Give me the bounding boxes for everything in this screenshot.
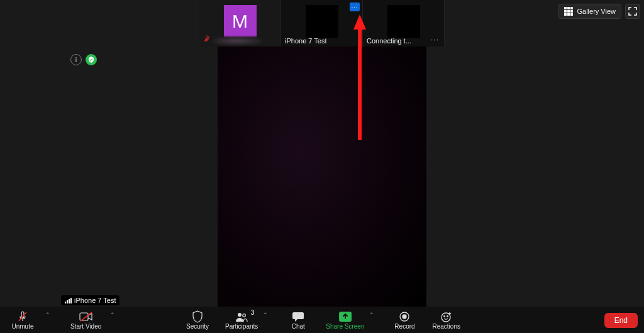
thumbnail-label: iPhone 7 Test (285, 37, 326, 45)
video-off-placeholder (387, 5, 420, 38)
camera-off-icon (79, 310, 93, 323)
unmute-label: Unmute (11, 323, 33, 330)
chat-label: Chat (292, 323, 305, 330)
reactions-label: Reactions (432, 323, 460, 330)
reactions-icon (440, 310, 453, 323)
thumbnail-more-menu[interactable]: ··· (350, 3, 360, 11)
shield-icon[interactable] (86, 54, 97, 65)
security-button[interactable]: Security (184, 310, 211, 330)
share-screen-button[interactable]: Share Screen (326, 310, 364, 330)
mic-muted-icon (203, 35, 211, 45)
record-button[interactable]: Record (391, 310, 418, 330)
connecting-dots-icon: ∙∙∙ (431, 35, 439, 44)
chat-button[interactable]: Chat (284, 310, 312, 330)
meeting-status-icons: i (70, 54, 97, 65)
svg-point-7 (243, 314, 246, 317)
shield-icon (192, 310, 203, 323)
fullscreen-icon (628, 7, 637, 16)
start-video-button[interactable]: Start Video (70, 310, 101, 330)
thumbnail-label: Connecting t... (367, 37, 411, 45)
signal-icon (65, 297, 72, 303)
participant-name-redacted (212, 36, 262, 45)
record-icon (399, 310, 410, 323)
participant-thumbnails: M ··· iPhone 7 Test Connecting t... ∙∙∙ (199, 0, 445, 46)
gallery-view-button[interactable]: Gallery View (558, 4, 621, 19)
share-options-caret[interactable]: ⌃ (369, 312, 375, 318)
share-screen-label: Share Screen (326, 323, 364, 330)
avatar: M (224, 5, 257, 38)
audio-options-caret[interactable]: ⌃ (45, 312, 52, 318)
record-label: Record (394, 323, 414, 330)
svg-point-12 (443, 315, 445, 317)
end-meeting-button[interactable]: End (604, 313, 638, 328)
share-screen-icon (338, 310, 352, 323)
start-video-label: Start Video (70, 323, 101, 330)
participants-button[interactable]: 3 Participants (225, 310, 258, 330)
gallery-view-label: Gallery View (577, 8, 616, 15)
svg-point-6 (238, 313, 242, 317)
participants-options-caret[interactable]: ⌃ (263, 312, 269, 318)
thumbnail-participant-2[interactable]: ··· iPhone 7 Test (281, 0, 363, 46)
svg-point-13 (447, 315, 448, 317)
video-options-caret[interactable]: ⌃ (110, 312, 116, 318)
unmute-button[interactable]: Unmute (9, 310, 36, 330)
svg-line-5 (80, 312, 92, 321)
participants-label: Participants (225, 323, 258, 330)
info-icon[interactable]: i (70, 54, 82, 65)
participants-count: 3 (251, 309, 255, 316)
active-speaker-video[interactable] (218, 46, 426, 308)
thumbnail-participant-1[interactable]: M (199, 0, 281, 46)
fullscreen-button[interactable] (625, 4, 640, 19)
chat-icon (292, 310, 304, 323)
thumbnail-participant-3[interactable]: Connecting t... ∙∙∙ (363, 0, 445, 46)
meeting-toolbar: Unmute ⌃ Start Video ⌃ Security 3 Partic… (0, 307, 644, 333)
active-speaker-name: iPhone 7 Test (74, 297, 116, 304)
video-off-placeholder (306, 5, 338, 38)
svg-point-11 (441, 313, 450, 322)
mic-muted-icon (16, 310, 29, 323)
grid-icon (564, 7, 573, 16)
participants-icon (235, 310, 248, 323)
active-speaker-label: iPhone 7 Test (61, 295, 119, 305)
reactions-button[interactable]: Reactions (432, 310, 460, 330)
svg-point-10 (402, 315, 406, 319)
security-label: Security (186, 323, 209, 330)
